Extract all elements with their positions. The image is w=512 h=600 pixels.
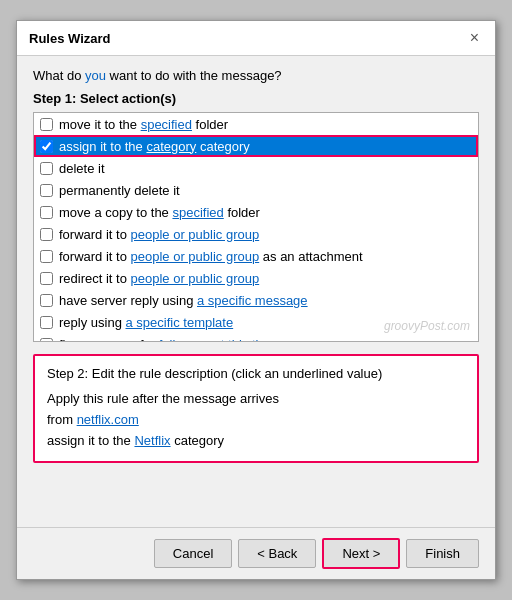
list-item[interactable]: redirect it to people or public group [34, 267, 478, 289]
list-item[interactable]: flag message for follow up at this time [34, 333, 478, 342]
specified-link[interactable]: specified [141, 117, 192, 132]
dialog-question: What do you want to do with the message? [33, 68, 479, 83]
rule-line-3: assign it to the Netflix category [47, 431, 465, 452]
title-bar: Rules Wizard × [17, 21, 495, 56]
list-item[interactable]: delete it [34, 157, 478, 179]
people-link2[interactable]: people or public group [131, 249, 260, 264]
list-item[interactable]: forward it to people or public group [34, 223, 478, 245]
list-item[interactable]: move it to the specified folder [34, 113, 478, 135]
back-button[interactable]: < Back [238, 539, 316, 568]
step2-box: Step 2: Edit the rule description (click… [33, 354, 479, 463]
item-checkbox[interactable] [40, 118, 53, 131]
item-text: move it to the specified folder [59, 117, 228, 132]
netflix-category-link[interactable]: Netflix [134, 433, 170, 448]
rule-line-1: Apply this rule after the message arrive… [47, 389, 465, 410]
item-checkbox[interactable] [40, 140, 53, 153]
rules-wizard-dialog: Rules Wizard × What do you want to do wi… [16, 20, 496, 580]
item-text: move a copy to the specified folder [59, 205, 260, 220]
step1-label: Step 1: Select action(s) [33, 91, 479, 106]
list-item[interactable]: forward it to people or public group as … [34, 245, 478, 267]
item-checkbox[interactable] [40, 184, 53, 197]
item-text: assign it to the category category [59, 139, 250, 154]
list-item[interactable]: reply using a specific template [34, 311, 478, 333]
item-checkbox[interactable] [40, 294, 53, 307]
item-text: have server reply using a specific messa… [59, 293, 308, 308]
item-text: delete it [59, 161, 105, 176]
step2-label: Step 2: Edit the rule description (click… [47, 366, 465, 381]
action-list[interactable]: move it to the specified folder assign i… [33, 112, 479, 342]
category-link[interactable]: category [146, 139, 196, 154]
finish-button[interactable]: Finish [406, 539, 479, 568]
item-checkbox[interactable] [40, 338, 53, 343]
item-checkbox[interactable] [40, 272, 53, 285]
specified-link2[interactable]: specified [172, 205, 223, 220]
list-item[interactable]: have server reply using a specific messa… [34, 289, 478, 311]
cancel-button[interactable]: Cancel [154, 539, 232, 568]
people-link[interactable]: people or public group [131, 227, 260, 242]
list-item-selected[interactable]: assign it to the category category [34, 135, 478, 157]
specific-message-link[interactable]: a specific message [197, 293, 308, 308]
question-highlight: you [85, 68, 106, 83]
item-checkbox[interactable] [40, 250, 53, 263]
step2-content: Apply this rule after the message arrive… [47, 389, 465, 451]
item-text: flag message for follow up at this time [59, 337, 277, 343]
list-item[interactable]: permanently delete it [34, 179, 478, 201]
item-text: redirect it to people or public group [59, 271, 259, 286]
item-text: forward it to people or public group [59, 227, 259, 242]
followup-link[interactable]: follow up at this time [159, 337, 277, 343]
template-link[interactable]: a specific template [125, 315, 233, 330]
list-item[interactable]: move a copy to the specified folder [34, 201, 478, 223]
item-checkbox[interactable] [40, 228, 53, 241]
dialog-body: What do you want to do with the message?… [17, 56, 495, 527]
dialog-title: Rules Wizard [29, 31, 111, 46]
item-text: reply using a specific template [59, 315, 233, 330]
item-checkbox[interactable] [40, 316, 53, 329]
item-text: permanently delete it [59, 183, 180, 198]
rule-line-2: from netflix.com [47, 410, 465, 431]
step2-label-text: Step 2: Edit the rule description (click… [47, 366, 382, 381]
item-checkbox[interactable] [40, 206, 53, 219]
item-text: forward it to people or public group as … [59, 249, 363, 264]
dialog-footer: Cancel < Back Next > Finish [17, 527, 495, 579]
next-button[interactable]: Next > [322, 538, 400, 569]
item-checkbox[interactable] [40, 162, 53, 175]
netflix-link[interactable]: netflix.com [77, 412, 139, 427]
close-button[interactable]: × [466, 29, 483, 47]
people-link3[interactable]: people or public group [131, 271, 260, 286]
